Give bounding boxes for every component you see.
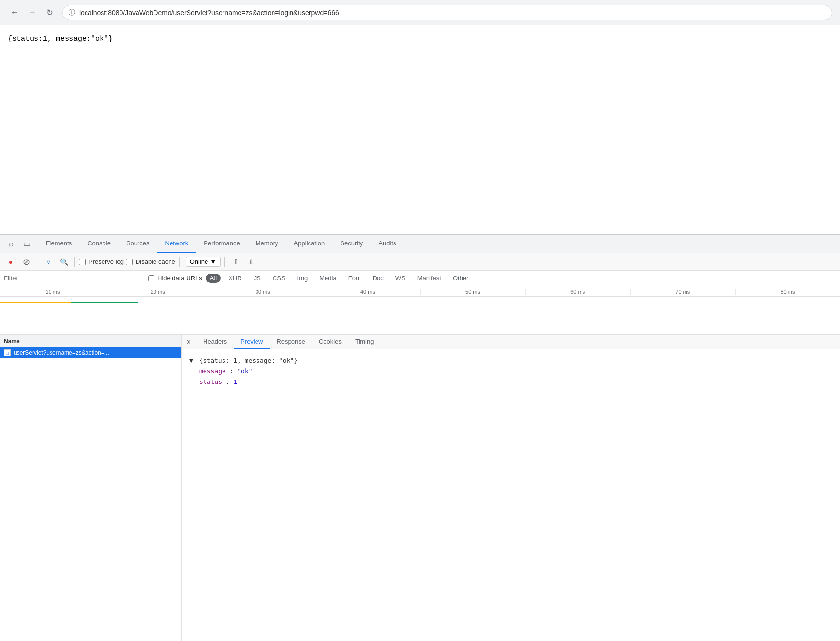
filter-type-doc[interactable]: Doc — [369, 274, 388, 283]
online-dropdown[interactable]: Online ▼ — [186, 257, 221, 267]
timeline-bar-yellow — [0, 302, 71, 303]
json-field-status: status : 1 — [199, 377, 832, 387]
filter-type-font[interactable]: Font — [344, 274, 365, 283]
json-colon-2: : — [226, 378, 234, 385]
preserve-log-checkbox[interactable] — [79, 259, 86, 265]
tick-60ms: 60 ms — [525, 289, 630, 295]
detail-content: ▼ {status: 1, message: "ok"} message : "… — [182, 349, 840, 641]
filter-type-other[interactable]: Other — [449, 274, 473, 283]
device-toggle-button[interactable]: ▭ — [19, 237, 34, 251]
tick-10ms: 10 ms — [0, 289, 105, 295]
timeline-chart — [0, 297, 840, 335]
timeline-area: 10 ms 20 ms 30 ms 40 ms 50 ms 60 ms 70 m… — [0, 286, 840, 335]
clear-button[interactable]: ⊘ — [19, 255, 33, 269]
filter-type-all[interactable]: All — [206, 274, 221, 283]
page-response-text: {status:1, message:"ok"} — [8, 35, 113, 43]
filter-type-xhr[interactable]: XHR — [224, 274, 245, 283]
timeline-bar-green — [71, 302, 138, 303]
tab-console[interactable]: Console — [80, 235, 119, 253]
nav-buttons: ← → ↻ — [8, 6, 56, 19]
hide-data-urls-checkbox[interactable] — [148, 275, 154, 281]
doc-icon: □ — [6, 350, 9, 356]
name-column-header: Name — [4, 338, 20, 345]
reload-button[interactable]: ↻ — [43, 6, 56, 19]
filter-bar: Hide data URLs All XHR JS CSS Img Media … — [0, 271, 840, 286]
filter-type-js[interactable]: JS — [250, 274, 265, 283]
chevron-down-icon: ▼ — [210, 258, 216, 265]
network-row-icon: □ — [4, 349, 11, 356]
page-content-area: {status:1, message:"ok"} — [0, 25, 840, 234]
filter-type-css[interactable]: CSS — [269, 274, 290, 283]
record-button[interactable]: ● — [4, 255, 17, 269]
json-key-status: status — [199, 378, 222, 385]
preserve-log-label: Preserve log — [88, 258, 124, 265]
detail-tab-cookies[interactable]: Cookies — [312, 335, 348, 349]
close-detail-button[interactable]: × — [182, 335, 196, 349]
tick-70ms: 70 ms — [630, 289, 735, 295]
filter-type-img[interactable]: Img — [293, 274, 312, 283]
tick-20ms: 20 ms — [105, 289, 210, 295]
upload-button[interactable]: ⇧ — [229, 255, 242, 269]
json-expand-arrow[interactable]: ▼ — [189, 357, 193, 364]
devtools-tab-bar: ⌕ ▭ Elements Console Sources Network Per… — [0, 235, 840, 253]
toolbar-divider-1 — [37, 257, 37, 267]
timeline-vline-blue — [343, 297, 343, 335]
network-list: Name □ userServlet?username=zs&action=..… — [0, 335, 182, 641]
filter-type-manifest[interactable]: Manifest — [413, 274, 445, 283]
json-key-message: message — [199, 367, 226, 375]
toolbar-divider-4 — [224, 257, 225, 267]
timeline-ruler: 10 ms 20 ms 30 ms 40 ms 50 ms 60 ms 70 m… — [0, 286, 840, 297]
back-button[interactable]: ← — [8, 6, 21, 19]
tab-elements[interactable]: Elements — [38, 235, 80, 253]
tab-sources[interactable]: Sources — [119, 235, 157, 253]
json-field-message: message : "ok" — [199, 366, 832, 377]
disable-cache-checkbox[interactable] — [126, 259, 133, 265]
preserve-log-group[interactable]: Preserve log — [79, 258, 124, 265]
tab-memory[interactable]: Memory — [248, 235, 286, 253]
address-bar[interactable]: ⓘ localhost:8080/JavaWebDemo/userServlet… — [62, 5, 832, 20]
download-button[interactable]: ⇩ — [244, 255, 258, 269]
tick-40ms: 40 ms — [315, 289, 420, 295]
filter-type-ws[interactable]: WS — [392, 274, 410, 283]
json-root-brace: {status: 1, message: "ok"} — [199, 357, 298, 364]
lock-icon: ⓘ — [69, 8, 75, 17]
filter-input[interactable] — [4, 273, 140, 284]
tab-performance[interactable]: Performance — [196, 235, 247, 253]
network-row-name: userServlet?username=zs&action=... — [14, 349, 109, 356]
tab-application[interactable]: Application — [286, 235, 333, 253]
filter-type-media[interactable]: Media — [315, 274, 340, 283]
detail-tabs: × Headers Preview Response Cookies Timin… — [182, 335, 840, 349]
forward-button[interactable]: → — [25, 6, 39, 19]
url-text: localhost:8080/JavaWebDemo/userServlet?u… — [79, 9, 339, 17]
online-label: Online — [190, 258, 208, 265]
hide-data-urls-group[interactable]: Hide data URLs — [148, 275, 202, 282]
devtools-icon-group: ⌕ ▭ — [4, 235, 34, 253]
filter-button[interactable]: ▿ — [41, 255, 55, 269]
network-table-area: Name □ userServlet?username=zs&action=..… — [0, 335, 840, 641]
detail-tab-response[interactable]: Response — [270, 335, 312, 349]
tick-80ms: 80 ms — [735, 289, 840, 295]
detail-tab-preview[interactable]: Preview — [234, 335, 270, 349]
disable-cache-group[interactable]: Disable cache — [126, 258, 175, 265]
tab-network[interactable]: Network — [157, 235, 196, 253]
network-row[interactable]: □ userServlet?username=zs&action=... — [0, 347, 181, 358]
json-value-status: 1 — [233, 378, 237, 385]
disable-cache-label: Disable cache — [136, 258, 175, 265]
detail-tab-headers[interactable]: Headers — [196, 335, 234, 349]
network-list-header: Name — [0, 335, 181, 347]
browser-chrome: ← → ↻ ⓘ localhost:8080/JavaWebDemo/userS… — [0, 0, 840, 25]
cursor-tool-button[interactable]: ⌕ — [4, 237, 18, 251]
tick-50ms: 50 ms — [420, 289, 525, 295]
network-toolbar: ● ⊘ ▿ 🔍 Preserve log Disable cache Onlin… — [0, 253, 840, 271]
hide-data-urls-label: Hide data URLs — [157, 275, 202, 282]
filter-divider — [144, 274, 144, 283]
search-button[interactable]: 🔍 — [57, 255, 70, 269]
toolbar-divider-2 — [74, 257, 75, 267]
json-value-message: "ok" — [237, 367, 252, 375]
json-colon-1: : — [230, 367, 238, 375]
tab-audits[interactable]: Audits — [371, 235, 404, 253]
toolbar-divider-3 — [179, 257, 180, 267]
tab-security[interactable]: Security — [332, 235, 371, 253]
detail-tab-timing[interactable]: Timing — [348, 335, 381, 349]
tick-30ms: 30 ms — [210, 289, 315, 295]
